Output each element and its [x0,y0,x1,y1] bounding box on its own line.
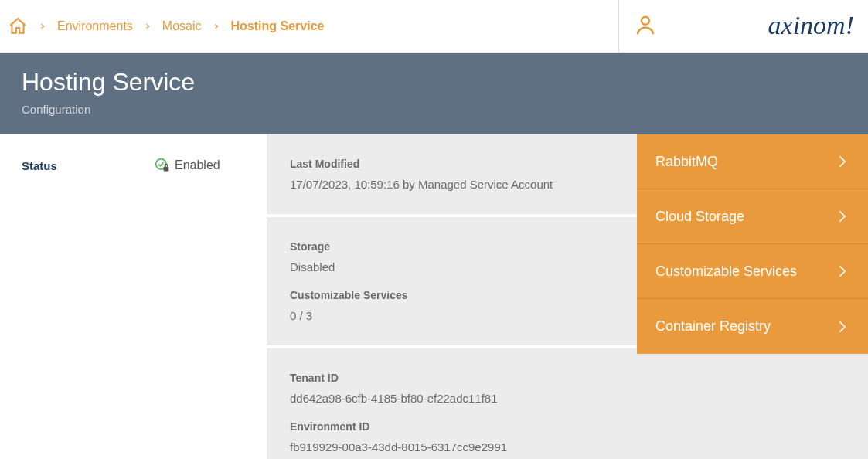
breadcrumb-environments[interactable]: Environments [57,19,133,33]
status-row: Status Enabled [22,158,245,173]
nav-label: Customizable Services [655,264,797,280]
nav-item-container-registry[interactable]: Container Registry [637,299,868,354]
breadcrumb: Environments Mosaic Hosting Service [8,16,324,36]
last-modified-label: Last Modified [290,158,614,170]
divider [618,0,619,53]
last-modified-value: 17/07/2023, 10:59:16 by Managed Service … [290,178,614,191]
env-id-label: Environment ID [290,420,614,433]
env-id-value: fb919929-00a3-43dd-8015-6317cc9e2991 [290,440,614,454]
breadcrumb-mosaic[interactable]: Mosaic [162,19,202,33]
chevron-right-icon [144,22,151,30]
chevron-right-icon [834,152,849,171]
svg-point-0 [642,17,649,25]
breadcrumb-current: Hosting Service [231,19,325,33]
status-text: Enabled [175,158,220,172]
nav-label: Container Registry [655,318,771,335]
brand-logo: axinom! [768,11,854,40]
nav-label: RabbitMQ [655,154,718,170]
left-column: Status Enabled [0,134,267,459]
status-value: Enabled [155,158,220,173]
tenant-id-value: dd642a98-6cfb-4185-bf80-ef22adc11f81 [290,392,614,405]
tenant-id-label: Tenant ID [290,372,614,384]
storage-value: Disabled [290,260,614,274]
nav-label: Cloud Storage [655,209,744,225]
nav-item-rabbitmq[interactable]: RabbitMQ [637,134,868,189]
check-lock-icon [155,158,170,173]
page-title: Hosting Service [22,68,846,97]
home-icon[interactable] [8,16,28,36]
svg-rect-2 [164,167,169,172]
nav-item-customizable-services[interactable]: Customizable Services [637,244,868,299]
user-icon[interactable] [634,12,657,42]
page-subtitle: Configuration [22,103,846,116]
storage-label: Storage [290,240,614,253]
chevron-right-icon [213,22,220,30]
details-column: Last Modified 17/07/2023, 10:59:16 by Ma… [267,134,637,459]
status-label: Status [22,159,145,172]
panel-last-modified: Last Modified 17/07/2023, 10:59:16 by Ma… [267,134,637,217]
customizable-value: 0 / 3 [290,309,614,322]
nav-item-cloud-storage[interactable]: Cloud Storage [637,189,868,244]
right-nav: RabbitMQ Cloud Storage Customizable Serv… [637,134,868,459]
topbar: Environments Mosaic Hosting Service axin… [0,0,868,53]
chevron-right-icon [834,262,849,280]
page-header: Hosting Service Configuration [0,53,868,134]
panel-ids: Tenant ID dd642a98-6cfb-4185-bf80-ef22ad… [267,348,637,459]
chevron-right-icon [834,207,849,226]
chevron-right-icon [39,22,46,30]
chevron-right-icon [834,318,849,336]
panel-storage: Storage Disabled Customizable Services 0… [267,217,637,348]
customizable-label: Customizable Services [290,289,614,301]
